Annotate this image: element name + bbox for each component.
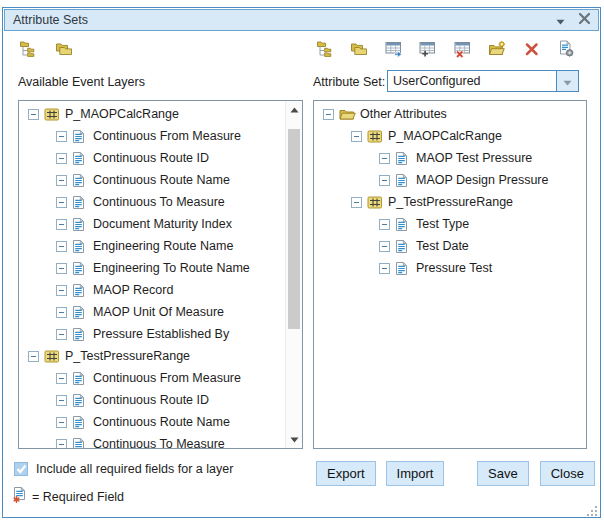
tree-item-maop-design-pressure[interactable]: MAOP Design Pressure (314, 169, 584, 191)
field-icon (72, 327, 89, 342)
tree-item-continuous-from-measure[interactable]: Continuous From Measure (19, 367, 285, 389)
tree-item-continuous-to-measure[interactable]: Continuous To Measure (19, 433, 285, 448)
new-set-folder-button[interactable] (488, 41, 507, 60)
titlebar-menu-button[interactable] (551, 11, 569, 29)
collapse-minus-icon[interactable] (28, 109, 39, 120)
table-remove-button[interactable] (453, 41, 472, 60)
layer-icon (367, 129, 384, 144)
tree-item-maop-record[interactable]: MAOP Record (19, 279, 285, 301)
scroll-down-icon[interactable] (286, 432, 302, 447)
left-panel-scrollbar[interactable] (285, 101, 302, 448)
tree-item-p-testpressurerange[interactable]: P_TestPressureRange (314, 191, 584, 213)
tree-item-label: P_MAOPCalcRange (65, 107, 179, 121)
collapse-minus-icon[interactable] (56, 263, 67, 274)
available-event-layers-panel: P_MAOPCalcRangeContinuous From MeasureCo… (18, 100, 303, 449)
tree-item-label: Pressure Test (416, 261, 492, 275)
collapse-minus-icon[interactable] (56, 153, 67, 164)
delete-set-button[interactable] (522, 41, 541, 60)
collapse-all-button[interactable] (54, 41, 73, 60)
include-required-fields-checkbox[interactable] (14, 462, 28, 476)
collapse-minus-icon[interactable] (28, 351, 39, 362)
tree-item-label: Test Date (416, 239, 469, 253)
table-remove-icon (454, 40, 472, 62)
tree-item-label: Other Attributes (360, 107, 447, 121)
set-properties-button[interactable] (557, 41, 576, 60)
attribute-set-combobox[interactable]: UserConfigured (387, 70, 579, 92)
titlebar[interactable]: Attribute Sets (4, 9, 599, 31)
tree-item-label: Continuous Route Name (93, 173, 230, 187)
export-button[interactable]: Export (316, 461, 376, 486)
collapse-all-icon (55, 40, 73, 62)
tree-item-continuous-to-measure[interactable]: Continuous To Measure (19, 191, 285, 213)
tree-item-p-testpressurerange[interactable]: P_TestPressureRange (19, 345, 285, 367)
tree-item-continuous-from-measure[interactable]: Continuous From Measure (19, 125, 285, 147)
collapse-minus-icon[interactable] (56, 131, 67, 142)
collapse-all-button[interactable] (350, 41, 369, 60)
field-icon (72, 415, 89, 430)
tree-item-pressure-test[interactable]: Pressure Test (314, 257, 584, 279)
attribute-set-dropdown-button[interactable] (556, 71, 578, 91)
tree-item-continuous-route-name[interactable]: Continuous Route Name (19, 411, 285, 433)
field-icon (72, 239, 89, 254)
required-field-icon (12, 486, 27, 508)
collapse-minus-icon[interactable] (351, 131, 362, 142)
checkmark-icon (16, 460, 27, 478)
tree-item-engineering-to-route-name[interactable]: Engineering To Route Name (19, 257, 285, 279)
tree-item-other-attributes[interactable]: Other Attributes (314, 103, 584, 125)
tree-item-engineering-route-name[interactable]: Engineering Route Name (19, 235, 285, 257)
window-title: Attribute Sets (13, 13, 88, 27)
include-required-fields-label: Include all required fields for a layer (36, 462, 233, 476)
collapse-minus-icon[interactable] (56, 329, 67, 340)
collapse-minus-icon[interactable] (379, 241, 390, 252)
save-button[interactable]: Save (477, 461, 529, 486)
tree-item-continuous-route-id[interactable]: Continuous Route ID (19, 389, 285, 411)
collapse-minus-icon[interactable] (351, 197, 362, 208)
collapse-minus-icon[interactable] (56, 417, 67, 428)
scroll-up-icon[interactable] (286, 102, 302, 117)
close-window-button[interactable] (575, 11, 593, 29)
required-field-legend: = Required Field (12, 486, 124, 508)
collapse-minus-icon[interactable] (379, 219, 390, 230)
tree-item-pressure-established-by[interactable]: Pressure Established By (19, 323, 285, 345)
resize-grip-icon[interactable] (586, 503, 598, 515)
tree-item-maop-test-pressure[interactable]: MAOP Test Pressure (314, 147, 584, 169)
table-add-button[interactable] (419, 41, 438, 60)
collapse-minus-icon[interactable] (323, 109, 334, 120)
attribute-set-panel: Other AttributesP_MAOPCalcRangeMAOP Test… (313, 100, 587, 449)
tree-item-p-maopcalcrange[interactable]: P_MAOPCalcRange (19, 103, 285, 125)
collapse-minus-icon[interactable] (56, 175, 67, 186)
tree-item-document-maturity-index[interactable]: Document Maturity Index (19, 213, 285, 235)
collapse-minus-icon[interactable] (56, 373, 67, 384)
tree-item-label: MAOP Test Pressure (416, 151, 532, 165)
close-button[interactable]: Close (540, 461, 595, 486)
tree-item-continuous-route-id[interactable]: Continuous Route ID (19, 147, 285, 169)
import-button[interactable]: Import (386, 461, 445, 486)
expand-all-button[interactable] (18, 41, 37, 60)
tree-item-test-type[interactable]: Test Type (314, 213, 584, 235)
table-add-icon (419, 40, 437, 62)
collapse-minus-icon[interactable] (56, 241, 67, 252)
collapse-minus-icon[interactable] (56, 219, 67, 230)
table-export-button[interactable] (384, 41, 403, 60)
field-icon (395, 173, 412, 188)
expand-all-button[interactable] (315, 41, 334, 60)
tree-item-test-date[interactable]: Test Date (314, 235, 584, 257)
collapse-minus-icon[interactable] (56, 439, 67, 449)
scrollbar-thumb[interactable] (288, 129, 300, 329)
tree-item-label: P_MAOPCalcRange (388, 129, 502, 143)
tree-item-maop-unit-of-measure[interactable]: MAOP Unit Of Measure (19, 301, 285, 323)
collapse-minus-icon[interactable] (56, 285, 67, 296)
collapse-minus-icon[interactable] (379, 175, 390, 186)
folder-icon (339, 107, 356, 122)
tree-item-continuous-route-name[interactable]: Continuous Route Name (19, 169, 285, 191)
collapse-minus-icon[interactable] (56, 307, 67, 318)
tree-item-label: Test Type (416, 217, 469, 231)
collapse-minus-icon[interactable] (56, 395, 67, 406)
attribute-set-value[interactable]: UserConfigured (388, 71, 556, 91)
tree-item-label: Engineering To Route Name (93, 261, 250, 275)
attribute-set-label: Attribute Set: (313, 75, 385, 89)
tree-item-p-maopcalcrange[interactable]: P_MAOPCalcRange (314, 125, 584, 147)
collapse-minus-icon[interactable] (56, 197, 67, 208)
collapse-minus-icon[interactable] (379, 263, 390, 274)
collapse-minus-icon[interactable] (379, 153, 390, 164)
